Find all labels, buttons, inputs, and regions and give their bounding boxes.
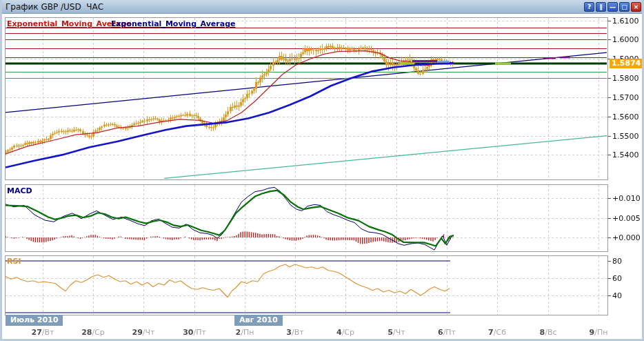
titlebar[interactable]: График GBP /USD ЧАС ? ∥ — □ × [0,0,644,14]
date-label: 29/Чт [132,328,155,337]
price-tick-label: 1.5400 [612,150,639,159]
macd-tick-label: +0.010 [612,194,641,203]
macd-panel-title: MACD [7,186,32,195]
trading-app-window: { "window": { "title": "График GBP /USD … [0,0,644,341]
date-label: 30/Пт [183,328,206,337]
month-badge: Авг 2010 [234,315,283,326]
rsi-tick-label: 80 [612,257,622,266]
date-label: 6/Пт [438,328,456,337]
help-button[interactable]: ? [584,2,594,12]
date-label: 9/Пн [590,328,608,337]
pause-button[interactable]: ∥ [596,2,606,12]
price-tick-label: 1.5700 [612,92,639,101]
minimize-button[interactable]: — [607,2,618,12]
current-price-badge: 1.5874 [610,59,643,68]
close-button[interactable]: × [631,2,641,12]
date-label: 2/Пн [236,328,254,337]
price-tick-label: 1.5800 [612,74,639,83]
rsi-panel-title: RSI [7,257,21,266]
macd-tick-label: +0.000 [612,233,641,242]
price-tick-label: 1.5600 [612,112,639,121]
date-label: 7/Сб [488,328,506,337]
chart-plot-area[interactable] [0,0,644,341]
price-tick-label: 1.6100 [612,16,639,25]
price-tick-label: 1.6000 [612,35,639,44]
macd-tick-label: +0.005 [612,213,641,222]
date-label: 28/Ср [81,328,105,337]
date-label: 27/Вт [32,328,54,337]
date-label: 4/Ср [336,328,354,337]
legend-ema-slow: Exponential_Moving_Average [111,19,235,28]
date-label: 5/Чт [388,328,405,337]
rsi-tick-label: 40 [612,291,622,300]
maximize-button[interactable]: □ [619,2,630,12]
window-title: График GBP /USD ЧАС [6,2,584,12]
date-label: 3/Вт [286,328,303,337]
month-badge: Июль 2010 [6,315,63,326]
price-tick-label: 1.5500 [612,131,639,140]
window-buttons: ? ∥ — □ × [584,2,641,12]
rsi-tick-label: 60 [612,274,622,283]
date-label: 8/Вс [540,328,557,337]
